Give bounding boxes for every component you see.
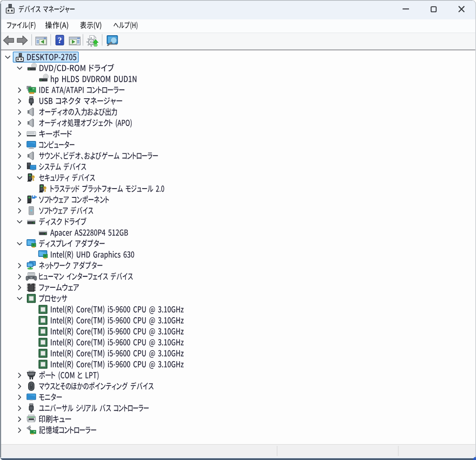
svg-text:?: ? <box>58 36 62 45</box>
